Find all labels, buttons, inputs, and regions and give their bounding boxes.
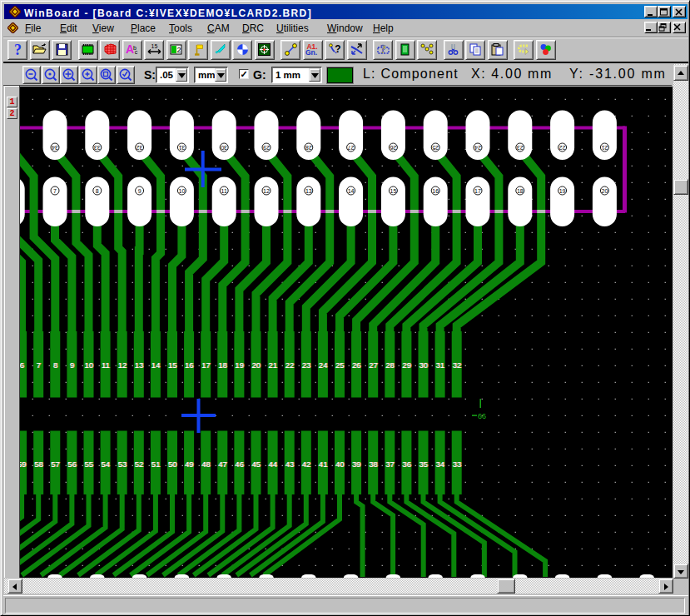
svg-text:?: ? <box>335 43 340 55</box>
svg-text:41: 41 <box>319 460 328 469</box>
svg-text:30: 30 <box>419 360 428 370</box>
svg-text:8: 8 <box>53 360 57 370</box>
svg-text:13: 13 <box>305 188 312 194</box>
svg-text:34: 34 <box>435 460 444 469</box>
svg-text:25: 25 <box>432 145 439 151</box>
svg-text:12: 12 <box>263 188 270 194</box>
svg-text:33: 33 <box>94 145 101 151</box>
svg-text:36: 36 <box>402 460 411 469</box>
svg-text:11: 11 <box>102 360 110 370</box>
svg-text:31: 31 <box>435 360 444 370</box>
svg-text:59: 59 <box>20 460 26 469</box>
svg-text:7: 7 <box>37 360 41 370</box>
svg-text:15: 15 <box>390 188 397 194</box>
svg-text:50: 50 <box>168 460 177 469</box>
svg-text:2: 2 <box>176 46 181 54</box>
svg-text:32: 32 <box>452 360 461 370</box>
svg-text:34: 34 <box>52 145 58 151</box>
svg-text:32: 32 <box>137 145 143 151</box>
svg-text:26: 26 <box>390 145 396 151</box>
svg-text:45: 45 <box>251 460 261 469</box>
svg-text:18: 18 <box>517 188 524 194</box>
svg-text:20: 20 <box>251 360 261 370</box>
svg-text:24: 24 <box>319 360 328 370</box>
svg-text:9: 9 <box>70 360 74 370</box>
svg-text:24: 24 <box>474 145 481 151</box>
svg-text:33: 33 <box>452 460 461 469</box>
svg-text:?: ? <box>380 43 386 56</box>
svg-text:20: 20 <box>602 188 608 194</box>
svg-text:14: 14 <box>348 188 355 194</box>
svg-text:?: ? <box>14 42 22 57</box>
svg-text:19: 19 <box>235 360 244 370</box>
svg-text:19: 19 <box>559 188 566 194</box>
svg-text:21: 21 <box>268 360 277 370</box>
svg-text:18: 18 <box>218 360 227 370</box>
svg-text:22: 22 <box>559 145 566 151</box>
svg-text:16: 16 <box>185 360 194 370</box>
svg-text:40: 40 <box>335 460 345 469</box>
svg-text:44: 44 <box>268 460 277 469</box>
svg-text:11: 11 <box>221 188 227 194</box>
svg-text:Gn.: Gn. <box>305 48 317 57</box>
svg-text:46: 46 <box>235 460 244 469</box>
svg-text:26: 26 <box>352 360 361 370</box>
svg-text:66: 66 <box>478 412 486 420</box>
svg-text:29: 29 <box>263 145 270 151</box>
svg-text:29: 29 <box>402 360 411 370</box>
svg-text:53: 53 <box>117 460 127 469</box>
svg-text:55: 55 <box>84 460 93 469</box>
svg-text:14: 14 <box>151 360 161 370</box>
svg-text:27: 27 <box>348 145 355 151</box>
svg-text:31: 31 <box>178 145 185 151</box>
svg-text:28: 28 <box>305 145 312 151</box>
svg-text:13: 13 <box>135 360 144 370</box>
svg-text:23: 23 <box>302 360 311 370</box>
svg-text:15: 15 <box>151 43 157 49</box>
svg-text:17: 17 <box>201 360 211 370</box>
svg-text:57: 57 <box>51 460 60 469</box>
svg-text:17: 17 <box>474 188 481 194</box>
svg-text:27: 27 <box>369 360 378 370</box>
svg-text:16: 16 <box>432 188 439 194</box>
svg-text:8: 8 <box>96 188 99 194</box>
svg-text:22: 22 <box>285 360 294 370</box>
svg-text:10: 10 <box>84 360 93 370</box>
svg-text:43: 43 <box>285 460 294 469</box>
svg-text:47: 47 <box>218 460 227 469</box>
svg-text:38: 38 <box>369 460 378 469</box>
svg-text:9: 9 <box>138 188 141 194</box>
svg-text:6: 6 <box>20 360 24 370</box>
svg-text:15: 15 <box>168 360 177 370</box>
svg-text:37: 37 <box>385 460 395 469</box>
svg-text:42: 42 <box>302 460 311 469</box>
svg-text:56: 56 <box>67 460 77 469</box>
svg-text:51: 51 <box>151 460 161 469</box>
svg-text:21: 21 <box>601 145 608 151</box>
svg-text:c: c <box>135 49 138 55</box>
svg-text:30: 30 <box>221 145 227 151</box>
svg-text:48: 48 <box>201 460 211 469</box>
svg-text:12: 12 <box>117 360 127 370</box>
svg-text:52: 52 <box>135 460 144 469</box>
svg-text:58: 58 <box>34 460 43 469</box>
svg-text:7: 7 <box>53 188 57 194</box>
svg-text:49: 49 <box>185 460 194 469</box>
svg-text:10: 10 <box>179 188 186 194</box>
svg-text:39: 39 <box>352 460 361 469</box>
svg-text:35: 35 <box>419 460 428 469</box>
svg-text:25: 25 <box>335 360 345 370</box>
svg-text:54: 54 <box>101 460 110 469</box>
svg-text:23: 23 <box>517 145 524 151</box>
svg-text:28: 28 <box>385 360 395 370</box>
